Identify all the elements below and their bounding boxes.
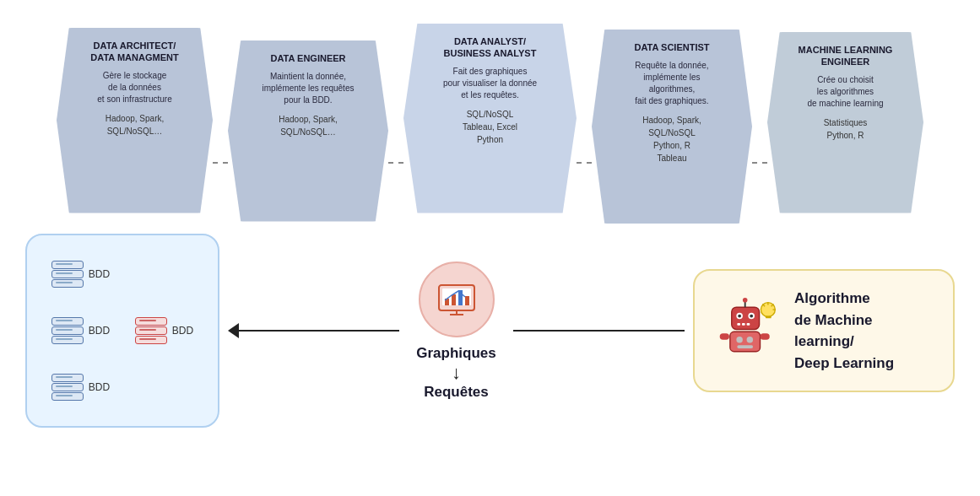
disk-3: [51, 279, 84, 288]
dashed-line-3: [577, 162, 592, 164]
card-data-engineer-tech: Hadoop, Spark, SQL/NoSQL…: [279, 113, 338, 138]
db-icon-2: [51, 317, 84, 344]
disk-12: [51, 392, 84, 401]
card-data-architect: DATA ARCHITECT/ DATA MANAGMENT Gère le s…: [57, 28, 213, 213]
db-item-4: BDD: [51, 374, 110, 401]
svg-rect-21: [737, 345, 753, 348]
svg-rect-8: [732, 307, 760, 329]
disk-2: [51, 270, 84, 278]
bdd-label-4: BDD: [89, 381, 110, 393]
main-container: DATA ARCHITECT/ DATA MANAGMENT Gère le s…: [0, 0, 980, 496]
svg-point-19: [736, 337, 743, 343]
connector-4: [752, 162, 767, 164]
card-data-engineer: DATA ENGINEER Maintient la donnée, implé…: [228, 40, 388, 222]
bottom-row: BDD BDD BDD: [13, 234, 967, 428]
disk-6: [51, 336, 84, 344]
requetes-label: Requêtes: [424, 384, 489, 401]
card-data-scientist-desc: Requête la donnée, implémente les algori…: [635, 60, 708, 107]
svg-rect-15: [747, 323, 750, 326]
bdd-box: BDD BDD BDD: [25, 234, 219, 428]
arrow-down-icon: ↓: [452, 364, 461, 382]
card-data-analyst-title: DATA ANALYST/ BUSINESS ANALYST: [444, 35, 537, 60]
db-item-2: BDD: [51, 317, 110, 344]
disk-5: [51, 326, 84, 335]
chart-svg-icon: [436, 282, 477, 317]
svg-rect-5: [465, 296, 469, 305]
card-data-scientist: DATA SCIENTIST Requête la donnée, implém…: [592, 30, 752, 224]
arrow-line-h-right: [513, 330, 685, 332]
top-row: DATA ARCHITECT/ DATA MANAGMENT Gère le s…: [13, 17, 967, 224]
graphiques-circle: [419, 261, 495, 337]
card-data-architect-tech: Hadoop, Spark, SQL/NoSQL…: [106, 112, 165, 137]
disk-8: [135, 326, 167, 335]
robot-icon: [716, 295, 779, 363]
db-icon-1: [51, 261, 84, 288]
card-data-architect-title: DATA ARCHITECT/ DATA MANAGMENT: [90, 40, 178, 64]
card-data-architect-desc: Gère le stockage de la données et son in…: [97, 70, 171, 105]
card-ml-engineer-desc: Crée ou choisit les algorithmes de machi…: [807, 74, 883, 110]
disk-4: [51, 317, 84, 326]
arrow-line-h: [239, 330, 399, 332]
ml-title-line3: Deep Learning: [794, 353, 932, 375]
graphiques-section: Graphiques ↓ Requêtes: [416, 261, 495, 401]
svg-rect-23: [761, 333, 770, 340]
bdd-label-3: BDD: [172, 325, 193, 337]
ml-title-line2: de Machine learning/: [794, 310, 932, 353]
disk-7: [135, 317, 167, 326]
disk-1: [51, 261, 84, 269]
robot-icon-container: [716, 295, 779, 366]
card-data-scientist-tech: Hadoop, Spark, SQL/NoSQL Python, R Table…: [642, 114, 701, 164]
card-data-scientist-title: DATA SCIENTIST: [634, 41, 709, 53]
connector-2: [388, 162, 403, 164]
right-arrow: [513, 330, 685, 332]
left-arrow: [228, 323, 399, 338]
bdd-label-2: BDD: [89, 325, 110, 337]
dashed-line-4: [752, 162, 767, 164]
db-icon-4: [51, 374, 84, 401]
card-data-analyst-desc: Fait des graphiques pour visualiser la d…: [443, 66, 537, 101]
svg-point-12: [750, 315, 753, 318]
connector-3: [577, 162, 592, 164]
disk-11: [51, 383, 84, 391]
arrow-head-left: [228, 323, 239, 338]
db-icon-3-red: [135, 317, 167, 344]
ml-box-title: Algorithme de Machine learning/ Deep Lea…: [794, 288, 932, 374]
card-data-engineer-desc: Maintient la donnée, implémente les requ…: [263, 71, 355, 106]
svg-rect-3: [452, 294, 456, 305]
disk-9: [135, 336, 167, 344]
db-item-1: BDD: [51, 261, 110, 288]
svg-point-20: [747, 337, 754, 343]
card-ml-engineer-title: MACHINE LEARNING ENGINEER: [799, 44, 893, 68]
svg-rect-18: [730, 332, 761, 351]
svg-rect-13: [737, 323, 740, 326]
center-bottom: Graphiques ↓ Requêtes: [219, 261, 693, 401]
disk-10: [51, 374, 84, 382]
db-item-3: BDD: [135, 317, 193, 344]
card-ml-engineer-tech: Statistiques Python, R: [824, 116, 868, 142]
svg-rect-22: [720, 333, 729, 340]
svg-point-17: [743, 298, 748, 303]
dashed-line-1: [213, 162, 228, 164]
card-data-analyst: DATA ANALYST/ BUSINESS ANALYST Fait des …: [403, 24, 577, 213]
graphiques-label: Graphiques: [416, 345, 495, 362]
card-data-analyst-tech: SQL/NoSQL Tableau, Excel Python: [463, 108, 517, 146]
svg-rect-14: [742, 323, 745, 326]
svg-rect-25: [766, 316, 772, 319]
svg-point-11: [738, 315, 741, 318]
card-ml-engineer: MACHINE LEARNING ENGINEER Crée ou choisi…: [767, 32, 923, 213]
connector-1: [213, 162, 228, 164]
ml-box: Algorithme de Machine learning/ Deep Lea…: [693, 269, 955, 392]
card-data-engineer-title: DATA ENGINEER: [270, 52, 345, 64]
dashed-line-2: [388, 162, 403, 164]
arrow-and-graphiques: Graphiques ↓ Requêtes: [228, 261, 685, 401]
ml-title-line1: Algorithme: [794, 288, 932, 310]
bdd-label-1: BDD: [89, 268, 110, 280]
